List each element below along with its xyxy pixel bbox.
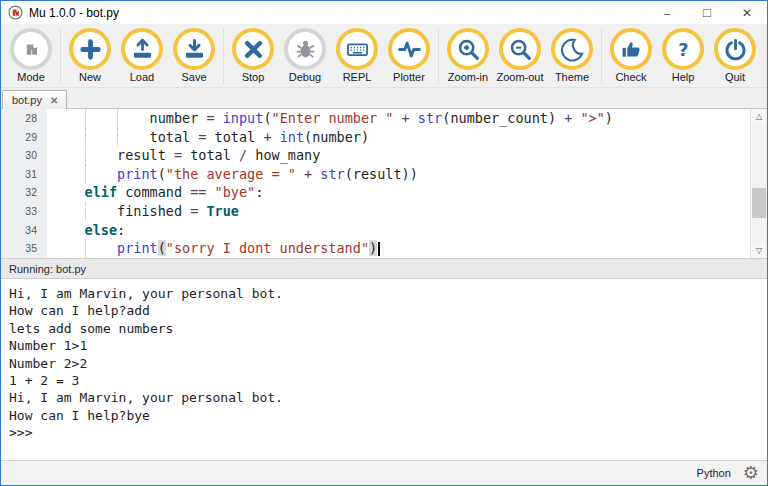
toolbar-separator bbox=[438, 28, 439, 84]
code-area[interactable]: number = input("Enter number " + str(num… bbox=[47, 109, 750, 258]
code-token: print bbox=[117, 166, 158, 182]
code-token: == bbox=[190, 184, 206, 200]
window-controls: –□✕ bbox=[647, 1, 767, 24]
title-bar: Mu 1.0.0 - bot.py –□✕ bbox=[1, 1, 767, 24]
toolbar-button-repl[interactable]: REPL bbox=[331, 28, 383, 83]
code-line-30[interactable]: result = total / how_many bbox=[47, 146, 750, 165]
code-token: + bbox=[263, 129, 271, 145]
gear-icon[interactable]: ⚙ bbox=[743, 464, 759, 482]
indent-guide bbox=[117, 109, 118, 128]
pulse-icon bbox=[388, 28, 430, 70]
toolbar-button-label: Load bbox=[130, 71, 154, 83]
code-token: int bbox=[280, 129, 304, 145]
toolbar-button-theme[interactable]: Theme bbox=[546, 28, 598, 83]
editor-scrollbar[interactable]: △ ▽ bbox=[750, 109, 767, 258]
toolbar-button-zoom-out[interactable]: Zoom-out bbox=[494, 28, 546, 83]
toolbar-button-save[interactable]: Save bbox=[168, 28, 220, 83]
indent-guide bbox=[85, 128, 86, 147]
code-line-31[interactable]: print("the average = " + str(result)) bbox=[47, 165, 750, 184]
console-output[interactable]: Hi, I am Marvin, your personal bot.How c… bbox=[1, 279, 767, 460]
code-line-32[interactable]: elif command == "bye": bbox=[47, 183, 750, 202]
minimize-button[interactable]: – bbox=[647, 1, 687, 24]
toolbar-button-zoom-in[interactable]: Zoom-in bbox=[442, 28, 494, 83]
code-token: ) bbox=[605, 110, 613, 126]
code-token bbox=[410, 110, 418, 126]
code-token: command bbox=[117, 184, 190, 200]
line-number: 32 bbox=[1, 183, 37, 202]
toolbar-separator bbox=[223, 28, 224, 84]
toolbar-button-label: Debug bbox=[289, 71, 321, 83]
code-token: print bbox=[117, 240, 158, 256]
code-token: ) bbox=[369, 240, 377, 256]
console-line: 1 + 2 = 3 bbox=[9, 372, 759, 389]
code-line-33[interactable]: finished = True bbox=[47, 202, 750, 221]
toolbar-button-label: New bbox=[79, 71, 101, 83]
code-token bbox=[393, 110, 401, 126]
scrollbar-thumb[interactable] bbox=[752, 188, 766, 218]
code-token: total bbox=[150, 129, 199, 145]
toolbar-button-label: REPL bbox=[343, 71, 372, 83]
code-token: total bbox=[206, 129, 263, 145]
svg-text:?: ? bbox=[678, 39, 688, 59]
toolbar-button-plotter[interactable]: Plotter bbox=[383, 28, 435, 83]
scroll-up-icon[interactable]: △ bbox=[751, 109, 767, 124]
maximize-button[interactable]: □ bbox=[687, 1, 727, 24]
console-line: Number 2>2 bbox=[9, 355, 759, 372]
tab-label: bot.py bbox=[12, 94, 42, 106]
toolbar-button-load[interactable]: Load bbox=[116, 28, 168, 83]
tab-close-icon[interactable]: ✕ bbox=[50, 95, 58, 106]
toolbar-button-new[interactable]: New bbox=[64, 28, 116, 83]
code-token: total bbox=[182, 147, 239, 163]
code-editor[interactable]: 2829303132333435 number = input("Enter n… bbox=[1, 109, 767, 258]
console-line: Hi, I am Marvin, your personal bot. bbox=[9, 389, 759, 406]
toolbar-button-label: Mode bbox=[17, 71, 45, 83]
tab-strip: bot.py ✕ bbox=[1, 88, 767, 109]
toolbar-button-stop[interactable]: Stop bbox=[227, 28, 279, 83]
line-number: 35 bbox=[1, 239, 37, 258]
code-token: number bbox=[150, 110, 207, 126]
mu-logo-icon bbox=[10, 28, 52, 70]
toolbar-button-mode[interactable]: Mode bbox=[5, 28, 57, 83]
toolbar-button-label: Zoom-out bbox=[496, 71, 543, 83]
tab-bot-py[interactable]: bot.py ✕ bbox=[2, 90, 67, 109]
code-line-28[interactable]: number = input("Enter number " + str(num… bbox=[47, 109, 750, 128]
code-token: how_many bbox=[247, 147, 320, 163]
code-token: / bbox=[239, 147, 247, 163]
text-caret bbox=[378, 242, 380, 256]
code-line-29[interactable]: total = total + int(number) bbox=[47, 128, 750, 147]
line-number: 33 bbox=[1, 202, 37, 221]
console-line: How can I help?bye bbox=[9, 407, 759, 424]
code-token: str bbox=[418, 110, 442, 126]
code-token: + bbox=[304, 166, 312, 182]
code-token: else bbox=[85, 222, 118, 238]
scroll-down-icon[interactable]: ▽ bbox=[751, 243, 767, 258]
toolbar-button-check[interactable]: Check bbox=[605, 28, 657, 83]
toolbar-button-quit[interactable]: Quit bbox=[709, 28, 761, 83]
console-line: How can I help?add bbox=[9, 302, 759, 319]
toolbar-button-label: Save bbox=[181, 71, 206, 83]
code-token bbox=[296, 166, 304, 182]
toolbar-button-help[interactable]: ?Help bbox=[657, 28, 709, 83]
toolbar-separator bbox=[60, 28, 61, 84]
code-line-34[interactable]: else: bbox=[47, 221, 750, 240]
code-token: str bbox=[320, 166, 344, 182]
indent-guide bbox=[85, 202, 86, 221]
scrollbar-track[interactable] bbox=[751, 124, 767, 243]
toolbar-button-debug[interactable]: Debug bbox=[279, 28, 331, 83]
console-line: Number 1>1 bbox=[9, 337, 759, 354]
console-line: Hi, I am Marvin, your personal bot. bbox=[9, 285, 759, 302]
line-number-gutter: 2829303132333435 bbox=[1, 109, 47, 258]
toolbar-separator bbox=[601, 28, 602, 84]
close-button[interactable]: ✕ bbox=[727, 1, 767, 24]
toolbar-button-label: Theme bbox=[555, 71, 589, 83]
code-token: + bbox=[402, 110, 410, 126]
keyboard-icon bbox=[336, 28, 378, 70]
save-icon bbox=[173, 28, 215, 70]
line-number: 34 bbox=[1, 221, 37, 240]
line-number: 28 bbox=[1, 109, 37, 128]
code-token: ( bbox=[158, 240, 166, 256]
indent-guide bbox=[117, 128, 118, 147]
toolbar-button-label: Check bbox=[615, 71, 646, 83]
console-line: lets add some numbers bbox=[9, 320, 759, 337]
code-line-35[interactable]: print("sorry I dont understand") bbox=[47, 239, 750, 258]
